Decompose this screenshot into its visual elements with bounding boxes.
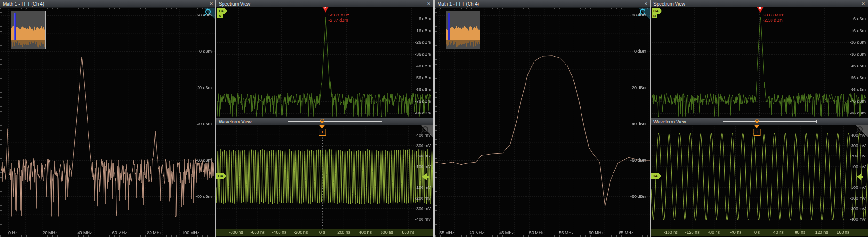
waveform-plot[interactable]: T C4 400 mV300 mV200 mV100 mV-100 mV-200…: [651, 125, 868, 229]
spectrum-canvas: [216, 7, 433, 118]
reference-marker-icon[interactable]: R: [757, 7, 764, 13]
trigger-level-arrow-icon[interactable]: [857, 173, 861, 180]
magnifier-icon[interactable]: [422, 126, 428, 132]
horizontal-position-scrollbar[interactable]: [723, 120, 817, 123]
horizontal-position-scrollbar[interactable]: [288, 120, 382, 123]
waveform-time-axis-label: 200 ns: [337, 230, 350, 235]
waveform-time-axis-label: -400 ns: [272, 230, 286, 235]
waveform-titlebar[interactable]: Waveform View: [651, 118, 868, 125]
waveform-y-axis-label: -300 mV: [415, 206, 431, 211]
waveform-y-axis-label: 100 mV: [416, 164, 431, 169]
fft-y-axis-label: -40 dBm: [630, 122, 646, 126]
waveform-y-axis-label: -100 mV: [415, 185, 431, 190]
fft-y-axis-label: 0 dBm: [634, 49, 646, 54]
spectrum-y-axis-label: -16 dBm: [850, 28, 866, 33]
fft-left-ticks: [0, 8, 2, 237]
waveform-time-axis-label: 600 ns: [381, 230, 393, 235]
fft-plot[interactable]: 20 dBm0 dBm-20 dBm-40 dBm-60 dBm-80 dBm …: [0, 8, 215, 237]
spectrum-titlebar[interactable]: Spectrum View ✕: [651, 0, 868, 8]
fft-x-axis-label: 0 Hz: [8, 230, 17, 235]
waveform-view-panel: Waveform View T C4 400 mV300 mV200 mV100…: [216, 118, 433, 237]
trigger-marker[interactable]: T: [319, 125, 326, 136]
waveform-time-axis-label: -120 ns: [685, 230, 700, 235]
marker-amplitude: -2.38 dBm: [763, 18, 784, 23]
spectrum-y-axis-label: -56 dBm: [850, 75, 866, 80]
spectrum-view-panel: Spectrum View ✕ C4 N R 50.00 MHz -2.38 d…: [651, 0, 868, 118]
waveform-y-axis-label: -400 mV: [850, 217, 866, 221]
spectrum-y-axis-label: -86 dBm: [415, 111, 431, 115]
spectrum-y-axis-label: -86 dBm: [850, 111, 866, 115]
marker-frequency: 50.00 MHz: [763, 13, 784, 18]
fft-x-axis-label: 20 MHz: [43, 230, 57, 235]
fft-preview-thumbnail[interactable]: [446, 11, 480, 49]
waveform-time-axis: -160 ns-120 ns-80 ns-40 ns0 s40 ns80 ns1…: [651, 229, 868, 236]
waveform-time-axis-label: -200 ns: [294, 230, 308, 235]
waveform-time-axis-label: -600 ns: [251, 230, 265, 235]
waveform-time-axis-label: 160 ns: [837, 230, 850, 235]
fft-y-axis-label: 0 dBm: [199, 49, 212, 54]
oscilloscope-screen: Math 1 - FFT (Ch 4) ✕ 20 dBm0 dBm-20 dBm…: [0, 0, 868, 237]
fft-title: Math 1 - FFT (Ch 4): [438, 1, 479, 7]
waveform-y-axis-label: 400 mV: [416, 133, 431, 138]
waveform-y-axis-label: 300 mV: [851, 143, 866, 148]
close-icon[interactable]: ✕: [860, 0, 866, 8]
fft-titlebar[interactable]: Math 1 - FFT (Ch 4) ✕: [0, 0, 215, 8]
waveform-y-axis-label: -200 mV: [850, 196, 866, 201]
normal-trace-badge[interactable]: N: [217, 14, 223, 18]
math-fft-window: Math 1 - FFT (Ch 4) ✕ 20 dBm0 dBm-20 dBm…: [435, 0, 650, 237]
fft-x-axis-label: 60 MHz: [112, 230, 127, 235]
trigger-t-icon: T: [319, 129, 326, 136]
trigger-marker[interactable]: T: [753, 125, 760, 136]
waveform-y-axis-label: -400 mV: [415, 217, 431, 221]
reference-marker-icon[interactable]: R: [322, 7, 329, 13]
waveform-title: Waveform View: [653, 119, 686, 124]
spectrum-y-axis-label: -76 dBm: [850, 99, 866, 104]
spectrum-plot[interactable]: C4 N R 50.00 MHz -2.38 dBm -6 dBm-16 dBm…: [651, 7, 868, 118]
fft-x-axis-label: 55 MHz: [559, 230, 573, 235]
spectrum-title: Spectrum View: [653, 1, 685, 7]
normal-trace-badge[interactable]: N: [652, 14, 657, 18]
spectrum-titlebar[interactable]: Spectrum View ✕: [216, 0, 433, 8]
close-icon[interactable]: ✕: [426, 0, 431, 8]
fft-x-axis-label: 80 MHz: [147, 230, 162, 235]
spectrum-y-axis-label: -66 dBm: [415, 87, 431, 92]
fft-x-axis-label: 50 MHz: [529, 230, 544, 235]
fft-titlebar[interactable]: Math 1 - FFT (Ch 4) ✕: [435, 0, 650, 8]
waveform-y-axis-label: 200 mV: [416, 154, 431, 158]
fft-y-axis-label: -40 dBm: [196, 122, 212, 126]
waveform-y-axis-label: 200 mV: [851, 154, 866, 158]
waveform-time-axis-label: 120 ns: [815, 230, 828, 235]
spectrum-y-axis-label: -76 dBm: [415, 99, 431, 104]
fft-y-axis-label: -60 dBm: [196, 158, 212, 163]
waveform-time-axis-label: 800 ns: [402, 230, 415, 235]
fft-x-axis-label: 40 MHz: [470, 230, 484, 235]
fft-y-axis-label: -20 dBm: [630, 85, 646, 90]
waveform-time-axis-label: 400 ns: [359, 230, 372, 235]
spectrum-title: Spectrum View: [219, 1, 250, 7]
waveform-plot[interactable]: T C4 400 mV300 mV200 mV100 mV-100 mV-200…: [216, 125, 433, 229]
marker-readout: 50.00 MHz -2.37 dBm: [328, 13, 349, 23]
waveform-time-axis: -800 ns-600 ns-400 ns-200 ns0 s200 ns400…: [216, 229, 433, 236]
fft-x-axis-label: 100 MHz: [182, 230, 199, 235]
spectrum-y-axis-label: -6 dBm: [852, 16, 866, 21]
close-icon[interactable]: ✕: [643, 0, 649, 8]
fft-y-axis-label: 20 dBm: [197, 13, 212, 17]
marker-amplitude: -2.37 dBm: [328, 18, 349, 23]
waveform-time-axis-label: -80 ns: [708, 230, 720, 235]
right-display-half: Math 1 - FFT (Ch 4) ✕ 20 dBm0 dBm-20 dBm…: [435, 0, 868, 237]
trigger-level-arrow-icon[interactable]: [422, 173, 427, 180]
spectrum-y-axis-label: -66 dBm: [850, 87, 866, 92]
fft-plot[interactable]: 20 dBm0 dBm-20 dBm-40 dBm-60 dBm-80 dBm …: [435, 8, 650, 237]
waveform-time-axis-label: -40 ns: [730, 230, 741, 235]
waveform-time-axis-label: 80 ns: [795, 230, 805, 235]
spectrum-canvas: [651, 7, 868, 118]
magnifier-icon[interactable]: [857, 126, 863, 132]
fft-top-ticks: [435, 8, 650, 9]
fft-y-axis-label: -80 dBm: [196, 194, 212, 199]
close-icon[interactable]: ✕: [208, 0, 214, 8]
waveform-titlebar[interactable]: Waveform View: [216, 118, 433, 125]
waveform-time-axis-label: 0 s: [754, 230, 760, 235]
fft-preview-thumbnail[interactable]: [11, 11, 46, 49]
spectrum-plot[interactable]: C4 N R 50.00 MHz -2.37 dBm -6 dBm-16 dBm…: [216, 7, 433, 118]
waveform-time-axis-label: 0 s: [319, 230, 325, 235]
